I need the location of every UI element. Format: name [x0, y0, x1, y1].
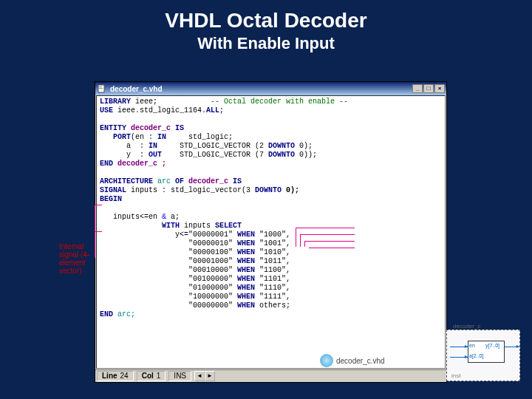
kw-when: WHEN — [237, 239, 255, 248]
code-text: inputs — [180, 222, 215, 230]
str: "00100000" — [188, 275, 233, 283]
kw-entity: ENTITY — [100, 124, 126, 132]
window-title: decoder_c.vhd — [110, 85, 412, 93]
code-text: 0); — [282, 186, 299, 194]
code-text: y : — [100, 151, 149, 159]
scroll-right-button[interactable]: ► — [205, 371, 215, 381]
code-text: (en : — [131, 133, 157, 141]
str: "1111" — [259, 293, 286, 301]
arch-name: arc; — [113, 310, 135, 318]
status-col: Col1 — [137, 371, 166, 381]
code-area[interactable]: LIBRARY ieee; -- Octal decoder with enab… — [96, 95, 446, 369]
kw-in: IN — [149, 142, 157, 150]
str: "1100" — [259, 266, 286, 274]
annotation-line — [95, 205, 102, 205]
str: "1000" — [259, 231, 286, 239]
kw-architecture: ARCHITECTURE — [100, 177, 153, 185]
kw-library: LIBRARY — [100, 98, 131, 106]
kw-with: WITH — [162, 222, 180, 230]
code-text: STD_LOGIC_VECTOR (2 — [157, 142, 268, 150]
str: "00000000" — [188, 301, 233, 310]
kw-all: ALL — [206, 106, 219, 115]
annotation-internal-signal: Internal signal (4-element vector) — [59, 242, 100, 275]
port-en: en — [469, 343, 475, 348]
code-text: others; — [259, 301, 290, 310]
status-line-value: 24 — [120, 372, 129, 380]
kw-in: IN — [157, 133, 166, 141]
titlebar[interactable]: decoder_c.vhd _ □ × — [95, 82, 446, 95]
str: "1011" — [259, 257, 286, 265]
str: "1110" — [259, 284, 286, 292]
code-text: ieee; — [131, 98, 157, 106]
page-subtitle: With Enable Input — [0, 33, 532, 58]
str: "1001" — [259, 239, 286, 248]
str: "00001000" — [188, 257, 233, 265]
file-icon — [97, 83, 107, 94]
code-comment: -- Octal decoder with enable -- — [211, 98, 348, 106]
str: "00000010" — [188, 239, 233, 248]
status-col-label: Col — [142, 372, 154, 380]
watermark: decoder_c.vhd — [320, 354, 385, 367]
annotation-line — [95, 231, 102, 232]
block-diagram: decoder_c en a[2..0] y[7..0] inst — [446, 330, 520, 381]
arch-name: arc — [153, 177, 175, 185]
entity-name: decoder_c — [184, 177, 233, 185]
block-instance-label: inst — [451, 372, 460, 379]
arrow-icon — [465, 355, 468, 358]
kw-use: USE — [100, 106, 113, 115]
close-button[interactable]: × — [434, 84, 445, 93]
entity-name: decoder_c ; — [113, 160, 166, 168]
editor-window: decoder_c.vhd _ □ × LIBRARY ieee; -- Oct… — [95, 81, 447, 383]
code-text: ieee.std_logic_1164. — [113, 106, 206, 115]
status-mode: INS — [168, 371, 191, 381]
page-title: VHDL Octal Decoder — [0, 0, 532, 33]
annotation-line — [300, 234, 301, 247]
kw-is: IS — [233, 177, 242, 185]
block-title: decoder_c — [453, 323, 480, 330]
annotation-line — [309, 248, 355, 248]
code-text: std_logic; — [166, 133, 233, 141]
kw-port: PORT — [113, 133, 131, 141]
annotation-line — [296, 228, 355, 228]
minimize-button[interactable]: _ — [412, 84, 423, 93]
entity-name: decoder_c — [126, 124, 175, 132]
kw-when: WHEN — [237, 293, 255, 301]
kw-when: WHEN — [237, 275, 255, 283]
kw-begin: BEGIN — [100, 195, 122, 203]
annotation-line — [300, 234, 355, 235]
maximize-button[interactable]: □ — [423, 84, 434, 93]
code-text: 0); — [295, 142, 313, 150]
kw-when: WHEN — [237, 301, 255, 310]
code-text: a : — [100, 142, 149, 150]
kw-select: SELECT — [215, 222, 242, 230]
statusbar: Line24 Col1 INS ◄ ► — [95, 369, 446, 382]
annotation-line — [304, 241, 355, 242]
str: "1101" — [259, 275, 286, 283]
status-line-label: Line — [102, 372, 117, 380]
status-col-value: 1 — [157, 372, 161, 380]
kw-downto: DOWNTO — [268, 151, 295, 159]
watermark-text: decoder_c.vhd — [336, 357, 385, 365]
disc-icon — [320, 354, 333, 367]
kw-when: WHEN — [237, 231, 255, 239]
svg-rect-1 — [99, 86, 102, 87]
kw-end: END — [100, 160, 113, 168]
status-line: Line24 — [97, 371, 134, 381]
str: "01000000" — [188, 284, 233, 292]
kw-signal: SIGNAL — [100, 186, 126, 194]
svg-rect-2 — [99, 88, 103, 89]
str: "00010000" — [188, 266, 233, 274]
window-buttons: _ □ × — [412, 84, 445, 93]
kw-is: IS — [175, 124, 184, 132]
kw-when: WHEN — [237, 284, 255, 292]
kw-when: WHEN — [237, 266, 255, 274]
arrow-icon — [465, 345, 468, 348]
str: "1010" — [259, 248, 286, 256]
code-text: inputs : std_logic_vector(3 — [126, 186, 255, 194]
str: "00000100" — [188, 248, 233, 256]
scroll-left-button[interactable]: ◄ — [194, 371, 205, 381]
code-text: inputs<=en — [100, 213, 162, 221]
kw-downto: DOWNTO — [255, 186, 282, 194]
code-text: STD_LOGIC_VECTOR (7 — [162, 151, 268, 159]
kw-when: WHEN — [237, 257, 255, 265]
